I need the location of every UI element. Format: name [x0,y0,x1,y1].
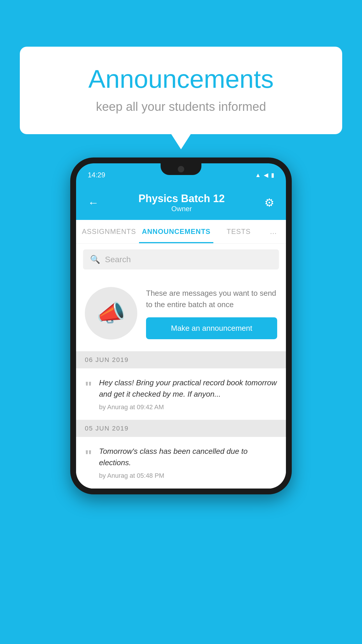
wifi-icon: ▲ [255,172,261,178]
status-icons: ▲ ◀ ▮ [255,172,274,178]
speech-bubble: Announcements keep all your students inf… [20,47,342,134]
search-placeholder: Search [105,255,131,264]
announcement-meta-2: by Anurag at 05:48 PM [99,472,277,480]
announcements-subtitle: keep all your students informed [43,100,319,114]
tab-assignments[interactable]: ASSIGNMENTS [79,220,139,243]
back-button[interactable]: ← [88,197,99,209]
announcement-content-1: Hey class! Bring your practical record b… [99,377,277,411]
tab-tests[interactable]: TESTS [213,220,264,243]
search-bar-container: 🔍 Search [76,244,286,275]
megaphone-icon: 📣 [96,300,126,327]
app-header: ← Physics Batch 12 Owner ⚙ [76,187,286,220]
date-separator-2: 05 JUN 2019 [76,420,286,437]
quote-icon-1: " [85,379,92,395]
header-subtitle: Owner [138,205,225,213]
announcement-text-2: Tomorrow's class has been cancelled due … [99,446,277,468]
tab-announcements[interactable]: ANNOUNCEMENTS [139,220,214,243]
header-title: Physics Batch 12 [138,192,225,205]
quote-icon-2: " [85,448,92,463]
header-center: Physics Batch 12 Owner [138,192,225,213]
announcements-title: Announcements [43,64,319,94]
status-bar: 14:29 ▲ ◀ ▮ [76,163,286,187]
battery-icon: ▮ [271,172,274,178]
phone-mockup: 14:29 ▲ ◀ ▮ ← Physics Batch 12 Owner ⚙ [70,158,292,494]
cta-right: These are messages you want to send to t… [146,288,277,339]
tabs-bar: ASSIGNMENTS ANNOUNCEMENTS TESTS ... [76,220,286,244]
speech-bubble-container: Announcements keep all your students inf… [20,47,342,134]
phone-inner: 14:29 ▲ ◀ ▮ ← Physics Batch 12 Owner ⚙ [76,163,286,489]
make-announcement-button[interactable]: Make an announcement [146,317,277,339]
announcement-meta-1: by Anurag at 09:42 AM [99,403,277,411]
tab-more[interactable]: ... [264,220,283,243]
search-bar[interactable]: 🔍 Search [83,249,279,270]
announcement-text-1: Hey class! Bring your practical record b… [99,377,277,400]
phone-screen-body: 🔍 Search 📣 These are messages you want t… [76,244,286,489]
phone-notch [161,163,201,175]
phone-outer: 14:29 ▲ ◀ ▮ ← Physics Batch 12 Owner ⚙ [70,158,292,494]
announcement-item-1[interactable]: " Hey class! Bring your practical record… [76,368,286,420]
announcement-content-2: Tomorrow's class has been cancelled due … [99,446,277,480]
cta-description: These are messages you want to send to t… [146,288,277,310]
announcement-item-2[interactable]: " Tomorrow's class has been cancelled du… [76,437,286,489]
phone-camera [178,166,184,172]
settings-icon[interactable]: ⚙ [264,196,274,209]
search-icon: 🔍 [90,255,100,264]
megaphone-circle: 📣 [85,287,137,340]
date-separator-1: 06 JUN 2019 [76,351,286,368]
signal-icon: ◀ [264,172,268,178]
announcement-cta: 📣 These are messages you want to send to… [76,275,286,351]
status-time: 14:29 [88,171,105,179]
